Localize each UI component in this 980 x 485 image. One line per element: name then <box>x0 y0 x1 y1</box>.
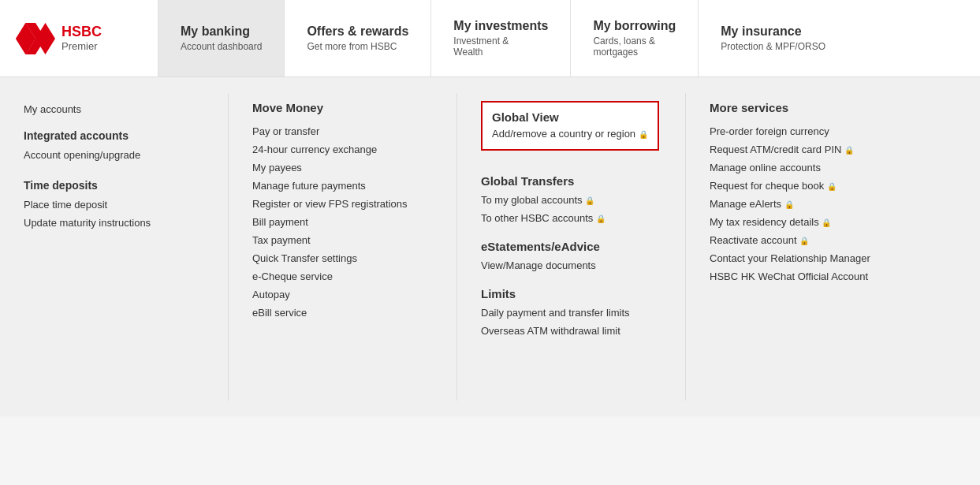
global-view-title: Global View <box>492 110 648 124</box>
time-deposits-heading: Time deposits <box>24 177 204 194</box>
bill-payment-link[interactable]: Bill payment <box>252 213 433 231</box>
my-accounts-link[interactable]: My accounts <box>24 101 204 118</box>
nav-item-insurance[interactable]: My insurance Protection & MPF/ORSO <box>698 0 848 76</box>
nav-label-borrowing: My borrowing <box>593 19 676 33</box>
fps-link[interactable]: Register or view FPS registrations <box>252 195 433 213</box>
col-global: Global View Add/remove a country or regi… <box>457 93 686 401</box>
global-view-box[interactable]: Global View Add/remove a country or regi… <box>481 101 659 151</box>
manage-online-accounts-link[interactable]: Manage online accounts <box>710 159 891 177</box>
col-accounts: My accounts Integrated accounts Account … <box>0 93 229 401</box>
manage-future-payments-link[interactable]: Manage future payments <box>252 177 433 195</box>
estatements-heading: eStatements/eAdvice <box>481 240 661 253</box>
dropdown-menu: My accounts Integrated accounts Account … <box>0 77 980 416</box>
to-other-hsbc-link[interactable]: To other HSBC accounts 🔒 <box>481 209 661 227</box>
view-manage-docs-link[interactable]: View/Manage documents <box>481 256 661 274</box>
nav-sub-investments: Investment &Wealth <box>453 35 548 58</box>
global-view-desc: Add/remove a country or region 🔒 <box>492 127 648 141</box>
nav-sub-offers: Get more from HSBC <box>307 41 408 52</box>
nav-sub-borrowing: Cards, loans &mortgages <box>593 35 676 58</box>
col-more-services: More services Pre-order foreign currency… <box>686 93 915 401</box>
echeque-link[interactable]: e-Cheque service <box>252 267 433 285</box>
overseas-atm-link[interactable]: Overseas ATM withdrawal limit <box>481 322 661 340</box>
daily-payment-limits-link[interactable]: Daily payment and transfer limits <box>481 304 661 322</box>
nav-item-offers[interactable]: Offers & rewards Get more from HSBC <box>284 0 430 76</box>
nav-items: My banking Account dashboard Offers & re… <box>158 0 980 76</box>
atm-pin-link[interactable]: Request ATM/credit card PIN 🔒 <box>710 140 891 159</box>
more-services-heading: More services <box>710 101 891 114</box>
quick-transfer-link[interactable]: Quick Transfer settings <box>252 249 433 267</box>
brand-tier: Premier <box>61 40 102 52</box>
pay-or-transfer-link[interactable]: Pay or transfer <box>252 122 433 140</box>
nav-item-borrowing[interactable]: My borrowing Cards, loans &mortgages <box>570 0 698 76</box>
to-global-accounts-link[interactable]: To my global accounts 🔒 <box>481 191 661 209</box>
place-time-deposit-link[interactable]: Place time deposit <box>24 196 204 214</box>
global-transfers-heading: Global Transfers <box>481 174 661 188</box>
my-payees-link[interactable]: My payees <box>252 159 433 177</box>
currency-exchange-link[interactable]: 24-hour currency exchange <box>252 140 433 159</box>
nav-label-insurance: My insurance <box>721 24 825 39</box>
update-maturity-link[interactable]: Update maturity instructions <box>24 214 204 232</box>
tax-payment-link[interactable]: Tax payment <box>252 231 433 249</box>
ebill-link[interactable]: eBill service <box>252 304 433 322</box>
move-money-heading: Move Money <box>252 101 433 114</box>
relationship-manager-link[interactable]: Contact your Relationship Manager <box>710 249 891 267</box>
logo-area: HSBC Premier <box>0 0 158 76</box>
reactivate-account-link[interactable]: Reactivate account 🔒 <box>710 231 891 249</box>
nav-item-my-banking[interactable]: My banking Account dashboard <box>158 0 284 76</box>
manage-ealerts-link[interactable]: Manage eAlerts 🔒 <box>710 195 891 213</box>
wechat-link[interactable]: HSBC HK WeChat Official Account <box>710 267 891 285</box>
account-opening-link[interactable]: Account opening/upgrade <box>24 146 204 164</box>
tax-residency-link[interactable]: My tax residency details 🔒 <box>710 213 891 231</box>
preorder-currency-link[interactable]: Pre-order foreign currency <box>710 122 891 140</box>
hsbc-logo-svg <box>16 23 55 54</box>
nav-label-my-banking: My banking <box>181 24 262 39</box>
limits-heading: Limits <box>481 287 661 300</box>
integrated-accounts-heading: Integrated accounts <box>24 127 204 144</box>
col-move-money: Move Money Pay or transfer 24-hour curre… <box>229 93 457 401</box>
nav-label-investments: My investments <box>453 19 548 33</box>
nav-label-offers: Offers & rewards <box>307 24 408 39</box>
cheque-book-link[interactable]: Request for cheque book 🔒 <box>710 177 891 195</box>
nav-sub-my-banking: Account dashboard <box>181 41 262 52</box>
brand-name: HSBC <box>61 24 102 40</box>
logo-icon <box>16 23 61 54</box>
logo-text: HSBC Premier <box>61 24 102 52</box>
autopay-link[interactable]: Autopay <box>252 285 433 304</box>
nav-item-investments[interactable]: My investments Investment &Wealth <box>430 0 570 76</box>
nav-sub-insurance: Protection & MPF/ORSO <box>721 41 825 52</box>
header: HSBC Premier My banking Account dashboar… <box>0 0 980 77</box>
